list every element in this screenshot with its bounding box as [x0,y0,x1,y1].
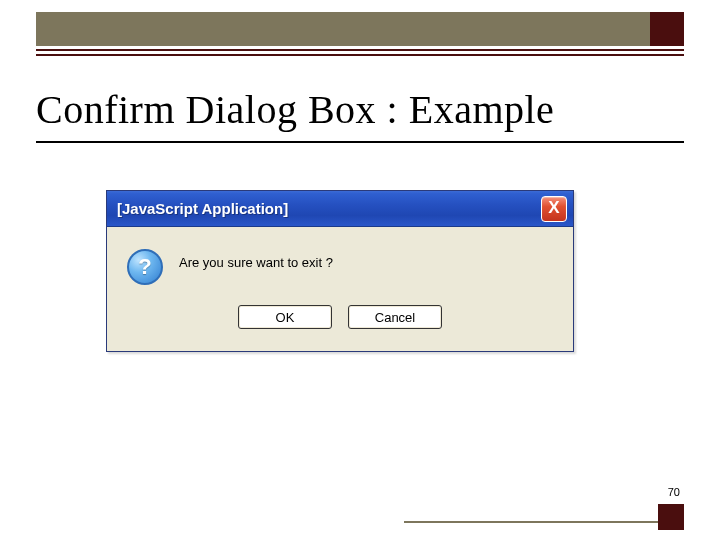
slide-header-accent [650,12,684,46]
dialog-body: ? Are you sure want to exit ? [107,227,573,297]
slide-header-bar [36,12,684,46]
slide-footer-line [404,521,684,523]
page-title: Confirm Dialog Box : Example [36,86,684,143]
dialog-titlebar: [JavaScript Application] X [107,191,573,227]
slide-footer-accent [644,490,684,530]
dialog-message: Are you sure want to exit ? [179,249,333,270]
close-button[interactable]: X [541,196,567,222]
slide-header-line [36,49,684,51]
question-glyph: ? [138,254,151,280]
slide-footer-square [658,504,684,530]
slide-header-line [36,54,684,56]
cancel-button[interactable]: Cancel [348,305,442,329]
question-icon: ? [127,249,163,285]
dialog-title: [JavaScript Application] [117,200,288,217]
dialog-button-row: OK Cancel [107,297,573,351]
ok-button[interactable]: OK [238,305,332,329]
confirm-dialog: [JavaScript Application] X ? Are you sur… [106,190,574,352]
